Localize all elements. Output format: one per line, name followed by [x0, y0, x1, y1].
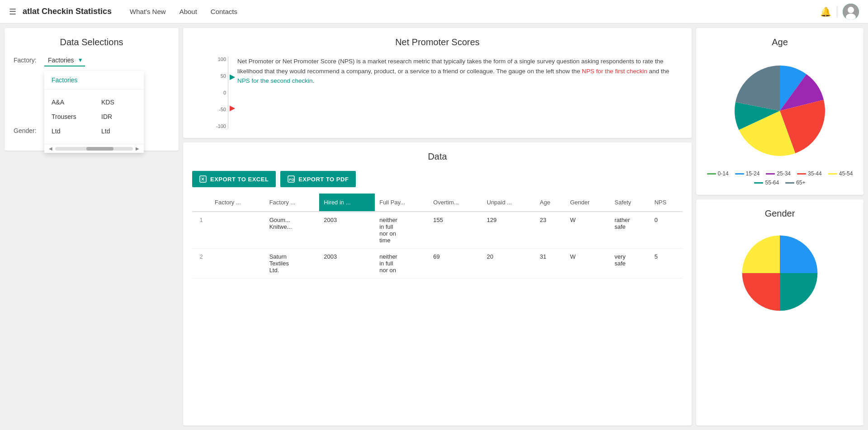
scroll-right-icon[interactable]: ▶ — [135, 146, 140, 151]
factory-select-wrapper: Factories ▼ Factories A&A Trousers Ltd — [44, 57, 85, 64]
age-pie-container: 0-14 15-24 25-34 35-44 — [705, 57, 854, 186]
row1-nps: 0 — [650, 212, 683, 249]
gender-label: Gender: — [14, 127, 41, 134]
row2-safety: verysafe — [610, 249, 650, 279]
legend-label-0-14: 0-14 — [718, 170, 729, 177]
legend-label-15-24: 15-24 — [746, 170, 760, 177]
dropdown-header: Factories — [44, 71, 144, 90]
age-legend: 0-14 15-24 25-34 35-44 — [705, 170, 854, 186]
gauge-arrow-up-icon: ▶ — [230, 72, 235, 81]
factory-dropdown-menu: Factories A&A Trousers Ltd KDS IDR Ltd — [44, 71, 144, 153]
table-header-row: Factory ... Factory ... Hired in ... Ful… — [192, 194, 683, 212]
svg-point-1 — [848, 7, 854, 13]
row2-nps: 5 — [650, 249, 683, 279]
col-nps-header: NPS — [650, 194, 683, 212]
gender-pie-container — [705, 228, 854, 318]
legend-dot-0-14 — [707, 173, 716, 175]
export-excel-button[interactable]: EXPORT TO EXCEL — [192, 171, 276, 187]
row2-factory1 — [210, 249, 265, 279]
row1-unpaid: 129 — [482, 212, 535, 249]
gender-title: Gender — [705, 208, 854, 219]
nps-title: Net Promoter Scores — [192, 37, 683, 47]
main-layout: Data Selections Factory: Factories ▼ Fac… — [0, 24, 868, 430]
data-table: Factory ... Factory ... Hired in ... Ful… — [192, 194, 683, 279]
dropdown-items-grid: A&A Trousers Ltd KDS IDR Ltd — [44, 90, 144, 144]
row1-factory1 — [210, 212, 265, 249]
row2-overtime: 69 — [429, 249, 482, 279]
data-actions: EXPORT TO EXCEL PDF EXPORT TO PDF — [192, 171, 683, 187]
export-excel-label: EXPORT TO EXCEL — [210, 176, 269, 183]
row2-unpaid: 20 — [482, 249, 535, 279]
legend-dot-55-64 — [754, 182, 763, 184]
legend-65plus: 65+ — [785, 180, 805, 186]
header: ☰ atlat Checkin Statistics What's New Ab… — [0, 0, 868, 24]
nps-link-first[interactable]: NPS for the first checkin — [582, 68, 647, 75]
col-safety-header: Safety — [610, 194, 650, 212]
dropdown-item-ltd1[interactable]: Ltd — [44, 124, 94, 138]
legend-45-54: 45-54 — [828, 170, 853, 177]
legend-label-35-44: 35-44 — [808, 170, 822, 177]
legend-dot-15-24 — [735, 173, 744, 175]
legend-label-45-54: 45-54 — [839, 170, 853, 177]
legend-dot-35-44 — [797, 173, 806, 175]
gauge-scale: 100 50 0 -50 -100 ▶ ▶ — [192, 57, 228, 129]
row1-fullpay: neitherin fullnor ontime — [375, 212, 429, 249]
row2-fullpay: neitherin fullnor on — [375, 249, 429, 279]
row2-age: 31 — [535, 249, 566, 279]
legend-15-24: 15-24 — [735, 170, 760, 177]
row2-num: 2 — [192, 249, 210, 279]
scroll-left-icon[interactable]: ◀ — [48, 146, 53, 151]
excel-icon — [199, 175, 207, 183]
avatar[interactable] — [843, 4, 859, 20]
age-card: Age — [696, 28, 863, 195]
legend-55-64: 55-64 — [754, 180, 779, 186]
nav-contacts[interactable]: Contacts — [211, 8, 237, 15]
nav-about[interactable]: About — [179, 8, 197, 15]
col-num-header — [192, 194, 210, 212]
row1-num: 1 — [192, 212, 210, 249]
legend-25-34: 25-34 — [766, 170, 791, 177]
dropdown-scrollbar: ◀ ▶ — [44, 144, 144, 153]
factory-select[interactable]: Factories — [44, 55, 85, 66]
gender-card: Gender — [696, 199, 863, 425]
dropdown-item-kds[interactable]: KDS — [94, 95, 144, 109]
nps-link-second[interactable]: NPS for the second checkin — [237, 77, 313, 84]
nav-whats-new[interactable]: What's New — [130, 8, 166, 15]
legend-35-44: 35-44 — [797, 170, 822, 177]
gauge-100: 100 — [218, 57, 226, 62]
row1-overtime: 155 — [429, 212, 482, 249]
dropdown-item-idr[interactable]: IDR — [94, 109, 144, 124]
left-panel: Data Selections Factory: Factories ▼ Fac… — [5, 28, 179, 425]
svg-text:PDF: PDF — [289, 178, 295, 182]
col-age-header: Age — [535, 194, 566, 212]
dropdown-item-trousers[interactable]: Trousers — [44, 109, 94, 124]
dropdown-item-ltd2[interactable]: Ltd — [94, 124, 144, 138]
col-hired-header: Hired in ... — [319, 194, 375, 212]
data-table-container[interactable]: Factory ... Factory ... Hired in ... Ful… — [192, 194, 683, 279]
export-pdf-button[interactable]: PDF EXPORT TO PDF — [280, 171, 356, 187]
data-title: Data — [192, 151, 683, 162]
scrollbar-thumb — [86, 147, 113, 151]
col-factory2-header: Factory ... — [265, 194, 320, 212]
dropdown-col-1: A&A Trousers Ltd — [44, 93, 94, 140]
hamburger-menu-icon[interactable]: ☰ — [9, 7, 16, 17]
notification-bell-icon[interactable]: 🔔 — [820, 6, 831, 17]
row1-safety: rathersafe — [610, 212, 650, 249]
legend-label-55-64: 55-64 — [765, 180, 779, 186]
nps-description: Net Promoter or Net Promoter Score (NPS)… — [237, 57, 683, 129]
center-panel: Net Promoter Scores 100 50 0 -50 -100 ▶ … — [183, 28, 692, 425]
dropdown-item-aa[interactable]: A&A — [44, 95, 94, 109]
data-selections-title: Data Selections — [14, 37, 170, 47]
export-pdf-label: EXPORT TO PDF — [298, 176, 349, 183]
nps-card: Net Promoter Scores 100 50 0 -50 -100 ▶ … — [183, 28, 692, 138]
col-gender-header: Gender — [566, 194, 610, 212]
age-title: Age — [705, 37, 854, 47]
factory-field-row: Factory: Factories ▼ Factories A&A Trous… — [14, 57, 170, 64]
table-row: 1 Goum...Knitwe... 2003 neitherin fullno… — [192, 212, 683, 249]
legend-label-65plus: 65+ — [796, 180, 805, 186]
col-fullpay-header: Full Pay... — [375, 194, 429, 212]
gauge-arrow-down-icon: ▶ — [230, 104, 235, 112]
row2-factory2: SaturnTextilesLtd. — [265, 249, 320, 279]
col-unpaid-header: Unpaid ... — [482, 194, 535, 212]
col-factory1-header: Factory ... — [210, 194, 265, 212]
